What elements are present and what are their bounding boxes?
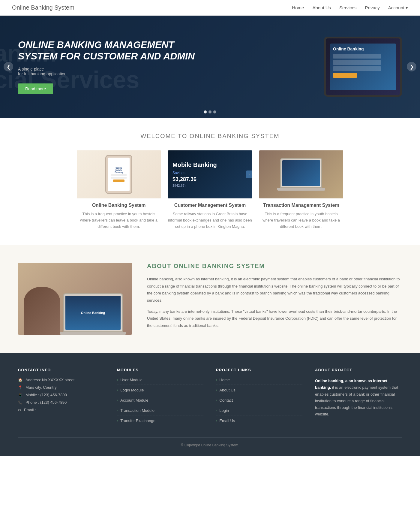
hero-device-mockup: Online Banking: [324, 37, 402, 97]
tablet-screen: Online Banking: [330, 44, 396, 90]
about-title: ABOUT ONLINE BANKING SYSTEM: [147, 263, 402, 270]
card-title-customer: Customer Management System: [168, 203, 252, 208]
chevron-icon: ›: [216, 419, 217, 422]
card-text-transaction: This is a frequent practice in youth hos…: [259, 211, 343, 230]
location-icon: 📍: [18, 385, 22, 390]
chevron-icon: ›: [117, 388, 118, 392]
tablet-mock: Online Banking: [324, 37, 402, 97]
hero-title: ONLINE BANKING MANAGEMENT SYSTEM FOR CUS…: [18, 39, 213, 62]
nav-privacy[interactable]: Privacy: [365, 5, 380, 10]
module-account[interactable]: › Account Module: [117, 398, 204, 405]
laptop-keyboard-base: [60, 332, 126, 335]
mobile-icon: 📱: [18, 393, 22, 397]
phone-screen: OnlineMobileBanking: [108, 158, 130, 191]
chevron-icon: ›: [117, 399, 118, 402]
card-img-online: OnlineMobileBanking: [77, 150, 161, 198]
hero-prev-button[interactable]: ❮: [4, 62, 13, 71]
welcome-section: WELCOME TO ONLINE BANKING SYSTEM OnlineM…: [0, 118, 420, 245]
chevron-icon: ›: [216, 378, 217, 382]
chevron-icon: ›: [216, 388, 217, 392]
mobile-banking-title: Mobile Banking: [172, 161, 217, 168]
contact-email: ✉ Email :: [18, 408, 105, 412]
footer-modules-title: MODULES: [117, 368, 204, 372]
hero-dot-3[interactable]: [213, 110, 216, 113]
contact-phone: 📞 Phone : (123) 456-7890: [18, 400, 105, 405]
module-transaction[interactable]: › Transaction Module: [117, 408, 204, 415]
module-user[interactable]: › User Module: [117, 378, 204, 385]
card-title-transaction: Transaction Management System: [259, 203, 343, 208]
card-customer-mgmt: Mobile Banking Savings $3,287.36 $942.87…: [168, 150, 252, 230]
nav-links: Home About Us Services Privacy: [292, 5, 380, 11]
cards-row: OnlineMobileBanking Online Banking Syste…: [18, 150, 402, 230]
footer-about-project-text: Online banking, also known as internet b…: [315, 378, 402, 418]
footer-project-title: PROJECT LINKS: [216, 368, 303, 372]
footer: CONTACT INFO 🏠 Address: No.XXXXXX street…: [0, 353, 420, 456]
mobile-amount: $3,287.36: [172, 176, 196, 183]
module-login[interactable]: › Login Module: [117, 388, 204, 395]
footer-copyright: © Copyright Online Banking System.: [18, 437, 402, 447]
hero-subtitle: A single place for full banking applicat…: [18, 67, 213, 76]
navbar: Online Banking System Home About Us Serv…: [0, 0, 420, 16]
laptop-screen: [282, 160, 320, 186]
phone-mockup: OnlineMobileBanking: [105, 155, 132, 194]
footer-modules-col: MODULES › User Module › Login Module › A…: [117, 368, 204, 428]
proj-link-contact[interactable]: › Contact: [216, 398, 303, 405]
tablet-field-3: [333, 66, 381, 71]
about-laptop: Online Banking: [63, 293, 123, 335]
card-transaction-mgmt: Transaction Management System This is a …: [259, 150, 343, 230]
tablet-field-1: [333, 54, 381, 59]
mobile-savings: Savings: [172, 171, 185, 175]
laptop-base: [277, 188, 325, 191]
card-img-mobile: Mobile Banking Savings $3,287.36 $942.87…: [168, 150, 252, 198]
read-more-button[interactable]: Read more: [18, 83, 53, 94]
chevron-icon: ›: [216, 409, 217, 412]
chevron-down-icon: ▾: [406, 5, 408, 11]
account-label: Account: [388, 5, 404, 10]
account-dropdown[interactable]: Account ▾: [388, 5, 408, 11]
hero-section: ankin cial Services ONLINE BANKING MANAG…: [0, 16, 420, 118]
hero-next-button[interactable]: ❯: [407, 62, 416, 71]
laptop-icon: [280, 158, 322, 188]
card-text-customer: Some railway stations in Great Britain h…: [168, 211, 252, 230]
mobile-secondary-amount: $942.87 ›: [172, 184, 186, 187]
brand-name: Online Banking System: [12, 4, 74, 11]
hero-content: ONLINE BANKING MANAGEMENT SYSTEM FOR CUS…: [0, 21, 231, 113]
desk-scene: Online Banking: [18, 263, 132, 335]
card-text-online: This is a frequent practice in youth hos…: [77, 211, 161, 230]
module-transfer[interactable]: › Transfer Exachange: [117, 418, 204, 425]
chevron-icon: ›: [216, 399, 217, 402]
proj-link-about[interactable]: › About Us: [216, 388, 303, 395]
person-silhouette: [24, 287, 60, 335]
phone-field-1: [111, 174, 126, 176]
nav-about[interactable]: About Us: [312, 5, 331, 10]
contact-address: 🏠 Address: No.XXXXXX street: [18, 378, 105, 382]
contact-city: 📍 Mars city, Country: [18, 385, 105, 390]
email-icon: ✉: [18, 408, 21, 412]
mobile-arrow-btn: ›: [246, 171, 252, 178]
footer-project-links-col: PROJECT LINKS › Home › About Us › Contac…: [216, 368, 303, 428]
contact-mobile: 📱 Mobile : (123) 456-7890: [18, 393, 105, 397]
footer-about-project-title: ABOUT PROJECT: [315, 368, 402, 372]
hero-dot-1[interactable]: [204, 110, 207, 113]
proj-link-email[interactable]: › Email Us: [216, 418, 303, 425]
tablet-field-2: [333, 60, 381, 65]
about-image: Online Banking: [18, 263, 132, 335]
nav-home[interactable]: Home: [292, 5, 304, 10]
proj-link-home[interactable]: › Home: [216, 378, 303, 385]
nav-services[interactable]: Services: [339, 5, 357, 10]
laptop-body: Online Banking: [63, 293, 123, 332]
chevron-icon: ›: [117, 419, 118, 422]
phone-cta: [113, 180, 124, 182]
phone-field-2: [111, 177, 126, 179]
hero-dots: [204, 110, 216, 113]
footer-contact-title: CONTACT INFO: [18, 368, 105, 372]
proj-link-login[interactable]: › Login: [216, 408, 303, 415]
footer-contact-col: CONTACT INFO 🏠 Address: No.XXXXXX street…: [18, 368, 105, 428]
chevron-icon: ›: [117, 378, 118, 382]
chevron-icon: ›: [117, 409, 118, 412]
hero-dot-2[interactable]: [208, 110, 212, 113]
card-img-transaction: [259, 150, 343, 198]
tablet-button: [333, 73, 357, 78]
home-icon: 🏠: [18, 378, 22, 382]
footer-grid: CONTACT INFO 🏠 Address: No.XXXXXX street…: [18, 368, 402, 428]
